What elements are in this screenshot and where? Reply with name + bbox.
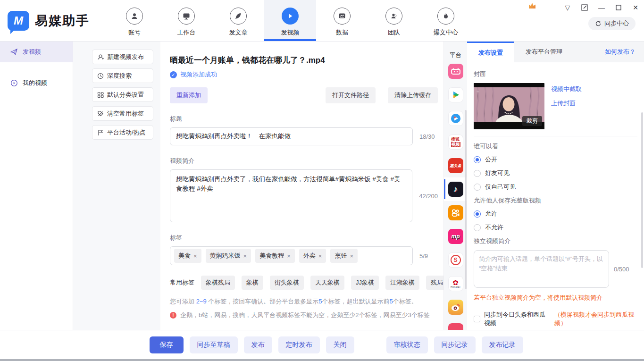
screenshot-icon[interactable]: [581, 4, 588, 11]
remove-tag-icon[interactable]: ×: [193, 252, 197, 260]
close-button[interactable]: 关闭: [326, 336, 354, 353]
readd-video-button[interactable]: 重新添加: [170, 87, 208, 103]
sync-checkbox-note: （横屏视频才会同步到西瓜视频）: [554, 311, 637, 327]
platform-haokan-video[interactable]: [444, 107, 467, 130]
platform-kuaishou[interactable]: [444, 201, 467, 225]
clear-upload-cache-button[interactable]: 清除上传缓存: [388, 87, 438, 103]
clear-common-tags-button[interactable]: 清空常用标签: [92, 106, 153, 121]
douyin-icon: ♪: [448, 182, 463, 197]
platform-activity-button[interactable]: 平台活动/热点: [92, 125, 153, 140]
tags-counter: 5/9: [419, 252, 428, 260]
nav-item-article[interactable]: 发文章: [219, 0, 257, 41]
platform-sogou[interactable]: S: [444, 248, 467, 272]
capture-from-video-link[interactable]: 视频中截取: [551, 85, 582, 93]
new-video-publish-button[interactable]: 新建视频发布: [92, 50, 153, 64]
remove-tag-icon[interactable]: ×: [318, 252, 322, 260]
how-to-publish-link[interactable]: 如何发布？: [605, 42, 636, 62]
default-category-button[interactable]: 默认分类设置: [92, 87, 153, 102]
sync-center-button[interactable]: 同步中心: [588, 17, 636, 30]
left-sidebar: 发视频 我的视频: [0, 42, 73, 330]
common-tag[interactable]: JJ象棋: [351, 276, 379, 290]
common-tag[interactable]: 象棋残局: [201, 276, 235, 290]
deep-search-button[interactable]: 深度搜索: [92, 68, 153, 83]
sync-toutiao-row: 同步到今日头条和西瓜视频（横屏视频才会同步到西瓜视频）: [474, 311, 637, 327]
platform-rail-label: 平台: [444, 42, 467, 59]
platform-douyin[interactable]: ♪: [444, 177, 467, 201]
minimize-icon[interactable]: —: [598, 4, 605, 11]
save-option-deny[interactable]: 不允许: [474, 223, 637, 232]
nav-item-account[interactable]: 账号: [116, 0, 153, 41]
tags-input-box[interactable]: 美食× 黄焖鸡米饭× 美食教程× 外卖× 烹饪×: [170, 246, 413, 265]
nav-item-team[interactable]: 团队: [375, 0, 413, 41]
radio-checked-icon: [474, 156, 481, 163]
nav-item-data[interactable]: 数据: [323, 0, 361, 41]
nav-item-video-active[interactable]: 发视频: [264, 0, 316, 41]
radio-label: 公开: [485, 155, 497, 164]
tags-warning: ! 企鹅，b站，网易，搜狗，大风平台视频标签不能为空，企鹅至少2个标签，网易至少…: [170, 311, 438, 319]
rail-scrollbar[interactable]: [465, 110, 467, 289]
visibility-option-friends[interactable]: 好友可见: [474, 169, 637, 177]
common-tag[interactable]: 街头象棋: [270, 276, 304, 290]
sync-to-draft-button[interactable]: 同步至草稿: [190, 336, 238, 353]
sync-records-button[interactable]: 同步记录: [434, 336, 476, 353]
open-file-path-button[interactable]: 打开文件路径: [326, 87, 376, 103]
remove-tag-icon[interactable]: ×: [243, 252, 247, 260]
save-button[interactable]: 保存: [150, 336, 184, 353]
sidebar-item-publish-video[interactable]: 发视频: [0, 42, 73, 62]
publish-records-button[interactable]: 发布记录: [482, 336, 523, 353]
tool-button-label: 新建视频发布: [107, 53, 144, 61]
logo-icon: M: [8, 11, 29, 31]
upload-cover-link[interactable]: 上传封面: [551, 99, 582, 108]
common-tag[interactable]: 象棋: [242, 276, 263, 290]
sync-toutiao-checkbox[interactable]: [474, 316, 480, 322]
remove-tag-icon[interactable]: ×: [350, 252, 353, 260]
chart-icon: [334, 8, 351, 25]
review-status-button[interactable]: 审核状态: [386, 336, 428, 353]
upgrade-crown-icon[interactable]: [529, 3, 535, 8]
common-tag[interactable]: 天天象棋: [310, 276, 344, 290]
tab-platform-management[interactable]: 发布平台管理: [514, 42, 574, 62]
platform-partial[interactable]: [444, 319, 467, 330]
nav-item-hot-center[interactable]: 爆文中心: [427, 0, 465, 41]
platform-mp[interactable]: mp: [444, 225, 467, 248]
sidebar-item-label: 发视频: [23, 48, 41, 56]
sync-center-label: 同步中心: [604, 19, 629, 28]
remove-tag-icon[interactable]: ×: [287, 252, 291, 260]
visibility-option-private[interactable]: 仅自己可见: [474, 183, 637, 191]
independent-desc-warning: 若平台独立视频简介为空，将使用默认视频简介: [474, 294, 637, 302]
cover-thumbnail[interactable]: ₩ 裁剪: [474, 83, 544, 129]
nav-label: 发视频: [281, 28, 300, 37]
tab-publish-settings[interactable]: 发布设置: [467, 42, 514, 62]
description-textarea[interactable]: 想吃黄焖鸡别再点外卖了，我们在家也能做，方法很简单#黄焖鸡米饭 #美食 #美食教…: [170, 169, 412, 222]
platform-weibo[interactable]: [444, 295, 467, 319]
visibility-option-public[interactable]: 公开: [474, 155, 637, 164]
independent-desc-textarea[interactable]: [474, 250, 609, 288]
huawei-icon: ✿ HUAWEI: [448, 276, 463, 291]
save-option-allow[interactable]: 允许: [474, 210, 637, 218]
platform-huawei[interactable]: ✿ HUAWEI: [444, 272, 467, 295]
desc-counter: 42/200: [419, 193, 438, 200]
nav-item-workbench[interactable]: 工作台: [167, 0, 205, 41]
crop-button[interactable]: 裁剪: [522, 116, 542, 126]
haokan-video-icon: [448, 111, 463, 126]
hui-toutiao-icon: 惠头条: [448, 158, 463, 173]
sidebar-item-my-videos[interactable]: 我的视频: [0, 73, 73, 93]
platform-sohu-video[interactable]: 搜狐 视频: [444, 130, 467, 154]
close-icon[interactable]: ✕: [632, 4, 639, 11]
radio-label: 好友可见: [485, 169, 510, 177]
scheduled-publish-button[interactable]: 定时发布: [278, 336, 320, 353]
play-video-icon: [282, 8, 299, 25]
tray-icon[interactable]: ▽: [564, 4, 571, 11]
title-input[interactable]: [170, 127, 413, 145]
publish-button[interactable]: 发布: [244, 336, 272, 353]
platform-tencent-video[interactable]: [444, 83, 467, 107]
platform-bilibili[interactable]: [444, 59, 467, 83]
common-tag[interactable]: 江湖象棋: [385, 276, 419, 290]
title-counter: 18/30: [419, 133, 435, 140]
platform-hui-toutiao[interactable]: 惠头条: [444, 154, 467, 177]
tag-label: 黄焖鸡米饭: [210, 252, 241, 260]
maximize-icon[interactable]: [615, 4, 622, 11]
panel-scrollbar[interactable]: [641, 112, 643, 268]
upload-status: ✓ 视频添加成功: [170, 70, 438, 79]
platform-rail: 平台 搜狐 视频: [443, 42, 467, 330]
